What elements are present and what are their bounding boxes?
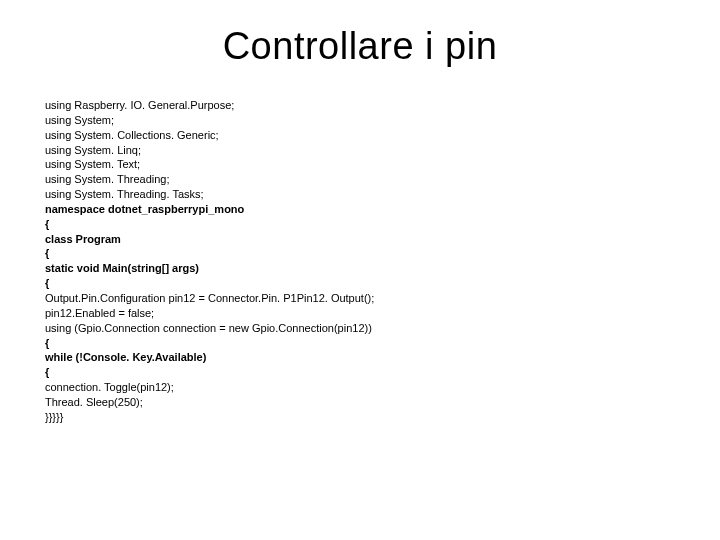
code-line: connection. Toggle(pin12); — [45, 380, 675, 395]
code-line: Thread. Sleep(250); — [45, 395, 675, 410]
code-line: namespace dotnet_raspberrypi_mono — [45, 202, 675, 217]
code-line: { — [45, 246, 675, 261]
code-line: using System. Threading. Tasks; — [45, 187, 675, 202]
code-line: using System. Threading; — [45, 172, 675, 187]
code-line: { — [45, 336, 675, 351]
code-line: using (Gpio.Connection connection = new … — [45, 321, 675, 336]
code-line: using System. Linq; — [45, 143, 675, 158]
code-line: { — [45, 365, 675, 380]
code-line: pin12.Enabled = false; — [45, 306, 675, 321]
slide-title: Controllare i pin — [45, 25, 675, 68]
code-line: Output.Pin.Configuration pin12 = Connect… — [45, 291, 675, 306]
code-line: { — [45, 276, 675, 291]
code-line: using System. Text; — [45, 157, 675, 172]
code-line: using System. Collections. Generic; — [45, 128, 675, 143]
code-line: static void Main(string[] args) — [45, 261, 675, 276]
slide: Controllare i pin using Raspberry. IO. G… — [0, 0, 720, 540]
code-line: class Program — [45, 232, 675, 247]
code-line: while (!Console. Key.Available) — [45, 350, 675, 365]
code-line: { — [45, 217, 675, 232]
code-line: using System; — [45, 113, 675, 128]
code-block: using Raspberry. IO. General.Purpose;usi… — [45, 98, 675, 425]
code-line: }}}}} — [45, 410, 675, 425]
code-line: using Raspberry. IO. General.Purpose; — [45, 98, 675, 113]
